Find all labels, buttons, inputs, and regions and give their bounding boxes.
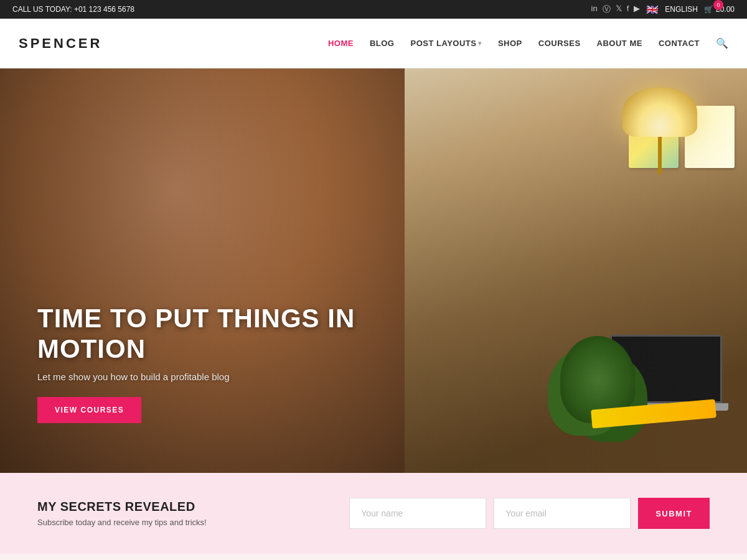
name-input[interactable]: [349, 498, 486, 529]
nav-item-blog[interactable]: BLOG: [370, 39, 395, 48]
nav-item-post-layouts[interactable]: POST LAYOUTS ▾: [410, 39, 481, 48]
nav-item-shop[interactable]: SHOP: [498, 39, 522, 48]
hero-content: TIME TO PUT THINGS IN MOTION Let me show…: [37, 304, 411, 423]
search-icon[interactable]: 🔍: [716, 37, 728, 49]
nav-item-about-me[interactable]: ABOUT ME: [597, 39, 642, 48]
cart-wrapper[interactable]: 🛒 0 £0.00: [704, 5, 735, 14]
cart-icon: 🛒: [704, 5, 713, 14]
subscribe-heading: MY SECRETS REVEALED: [37, 500, 207, 514]
nav-item-courses[interactable]: COURSES: [538, 39, 581, 48]
language-label[interactable]: ENGLISH: [665, 5, 698, 14]
subscribe-text: MY SECRETS REVEALED Subscribe today and …: [37, 500, 207, 527]
hero-subtitle: Let me show you how to build a profitabl…: [37, 371, 411, 382]
view-courses-button[interactable]: VIEW COURSES: [37, 397, 141, 423]
top-bar-right: in Ⓥ 𝕏 f ▶ 🇬🇧 ENGLISH 🛒 0 £0.00: [591, 4, 735, 16]
subscribe-description: Subscribe today and receive my tips and …: [37, 518, 207, 527]
nav-item-home[interactable]: HOME: [328, 39, 354, 48]
main-nav: HOME BLOG POST LAYOUTS ▾ SHOP COURSES AB…: [328, 37, 728, 49]
hero-title: TIME TO PUT THINGS IN MOTION: [37, 304, 411, 364]
email-input[interactable]: [494, 498, 631, 529]
header: SPENCER HOME BLOG POST LAYOUTS ▾ SHOP CO…: [0, 19, 747, 68]
bottom-strip: [0, 554, 747, 560]
subscribe-form: SUBMIT: [225, 498, 710, 529]
cart-badge: 0: [713, 0, 723, 10]
twitter-icon[interactable]: 𝕏: [616, 4, 622, 15]
top-bar-left: CALL US TODAY: +01 123 456 5678: [12, 5, 134, 14]
site-logo[interactable]: SPENCER: [19, 35, 102, 52]
dropdown-arrow: ▾: [478, 40, 482, 47]
phone-label: CALL US TODAY: +01 123 456 5678: [12, 5, 134, 14]
linkedin-icon[interactable]: in: [591, 4, 598, 15]
top-bar: CALL US TODAY: +01 123 456 5678 in Ⓥ 𝕏 f…: [0, 0, 747, 19]
youtube-icon[interactable]: ▶: [634, 4, 640, 15]
social-icons: in Ⓥ 𝕏 f ▶: [591, 4, 641, 15]
hero-section: TIME TO PUT THINGS IN MOTION Let me show…: [0, 68, 747, 473]
nav-item-contact[interactable]: CONTACT: [659, 39, 700, 48]
flag-icon: 🇬🇧: [646, 4, 659, 16]
subscribe-section: MY SECRETS REVEALED Subscribe today and …: [0, 473, 747, 554]
facebook-icon[interactable]: f: [627, 4, 629, 15]
instagram-icon[interactable]: Ⓥ: [603, 4, 611, 15]
submit-button[interactable]: SUBMIT: [638, 498, 710, 529]
